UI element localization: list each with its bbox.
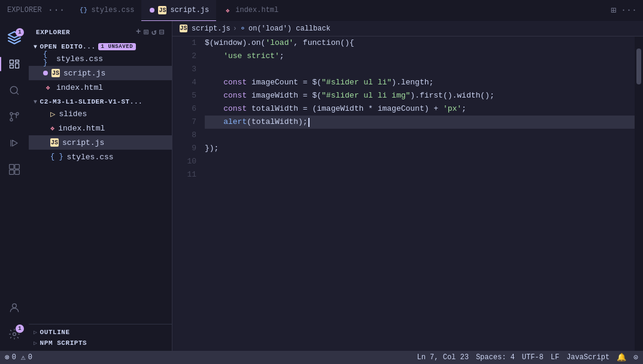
code-line-6: const totalWidth = (imageWidth * imageCo… [205,102,635,116]
activity-run[interactable] [2,131,26,155]
code-line-9: }); [205,142,635,155]
status-bar-left: ⊗ 0 ⚠ 0 [5,353,32,362]
folder-title[interactable]: ▼ C2-M3-L1-SLIDER-V1-ST... [29,97,172,107]
sidebar-outline[interactable]: ▷ OUTLINE [29,327,172,338]
collapse-icon[interactable]: ⊟ [159,27,165,37]
code-line-5: const imageWidth = $("#slider ul li img"… [205,89,635,102]
sidebar-item-script-js-open[interactable]: JS script.js [29,66,172,80]
tab-explorer[interactable]: EXPLORER ··· [0,0,72,21]
index-html-label: index.html [56,83,103,92]
warning-count: 0 [28,353,32,362]
new-file-icon[interactable]: + [136,27,141,37]
token: }); [205,142,219,155]
error-count: 0 [12,353,16,362]
line-numbers: 1 2 3 4 5 6 7 8 9 10 11 [172,37,202,351]
activity-bar: 1 [0,21,29,351]
status-notifications[interactable]: 🔔 [617,353,626,362]
css-file-icon: {} [79,6,87,14]
script-js-tab-label: script.js [170,6,209,14]
bc-script-js[interactable]: script.js [192,25,230,33]
eol-label: LF [551,353,559,362]
folder-label: C2-M3-L1-SLIDER-V1-ST... [40,98,143,105]
styles-css-icon: { } [43,54,53,63]
scrollbar-thumb[interactable] [636,48,641,84]
token [205,76,223,89]
error-icon: ⊗ [5,353,10,362]
status-cursor-pos[interactable]: Ln 7, Col 23 [417,353,469,362]
text-cursor [308,118,310,127]
status-language[interactable]: JavaScript [566,353,609,362]
notifications-icon: 🔔 [617,353,626,362]
scrollbar-track[interactable] [635,37,643,351]
more-actions-icon[interactable]: ··· [621,5,637,16]
index-html-icon: ❖ [43,83,53,92]
code-content[interactable]: $(window).on('load', function(){ 'use st… [202,37,635,351]
token: ; [280,50,284,63]
svg-rect-4 [10,165,14,169]
sidebar-item-index-html[interactable]: ❖ index.html [29,121,172,135]
sidebar-item-index-html-open[interactable]: ❖ index.html [29,80,172,95]
sidebar-bottom: ▷ OUTLINE ▷ NPM SCRIPTS [29,324,172,351]
bc-js-icon: JS [180,25,187,32]
status-spaces[interactable]: Spaces: 4 [476,353,515,362]
tab-script-js[interactable]: JS script.js [141,0,216,21]
script-js-label: script.js [63,69,105,78]
activity-extensions[interactable] [2,157,26,181]
sidebar-item-styles-css-folder[interactable]: { } styles.css [29,150,172,164]
code-line-2: 'use strict'; [205,50,635,63]
token: "#slider ul li img" [322,89,410,102]
refresh-icon[interactable]: ↺ [151,27,157,37]
token [205,102,223,116]
token [205,89,223,102]
token: const [223,102,247,116]
token: imageWidth = $( [247,89,322,102]
tab-index-html[interactable]: ❖ index.html [216,0,286,21]
status-encoding[interactable]: UTF-8 [522,353,544,362]
token: imageCount = $( [247,76,322,89]
settings-badge: 1 [16,324,24,333]
activity-explorer[interactable] [2,52,26,76]
activity-search[interactable] [2,78,26,102]
slides-label: slides [59,110,87,119]
status-eol[interactable]: LF [551,353,559,362]
tab-menu-icon[interactable]: ··· [48,5,65,16]
status-warnings[interactable]: ⚠ 0 [21,353,32,362]
token: , function(){ [293,37,354,50]
activity-source-control[interactable] [2,105,26,129]
modified-dot [150,8,154,13]
npm-chevron: ▷ [34,339,38,347]
status-errors[interactable]: ⊗ 0 [5,353,16,362]
token: ).first().width(); [410,89,494,102]
token: const [223,89,247,102]
activity-settings[interactable]: 1 [2,322,26,346]
folder-icon: ▷ [50,109,55,119]
title-bar: EXPLORER ··· {} styles.css JS script.js … [0,0,643,21]
token: $(window).on( [205,37,265,50]
code-editor[interactable]: 1 2 3 4 5 6 7 8 9 10 11 $(window).on('lo… [172,37,643,351]
open-editors-section: ▼ OPEN EDITO... 1 UNSAVED { } styles.css… [29,41,172,96]
open-editors-label: OPEN EDITO... [40,43,96,50]
explorer-tab-label: EXPLORER [7,6,42,14]
token: 'px' [443,102,462,116]
sidebar-item-script-js[interactable]: JS script.js [29,135,172,150]
js-file-icon: JS [158,6,166,14]
token: alert [223,116,247,129]
token: ).length; [392,76,433,89]
sidebar-item-styles-css[interactable]: { } styles.css [29,51,172,66]
js-icon: JS [50,138,59,147]
tab-styles-css[interactable]: {} styles.css [72,0,141,21]
svg-rect-7 [15,170,20,175]
split-editor-icon[interactable]: ⊞ [611,5,616,16]
status-remote[interactable]: ⊙ [633,353,638,362]
activity-logo[interactable]: 1 [2,26,26,50]
svg-rect-6 [10,170,14,175]
svg-point-9 [13,333,16,336]
sidebar-item-slides-folder[interactable]: ▷ slides [29,107,172,121]
styles-css-tab-label: styles.css [91,6,134,14]
bc-callback[interactable]: on('load') callback [248,25,330,33]
new-folder-icon[interactable]: ⊞ [144,27,149,37]
unsaved-badge: 1 UNSAVED [98,43,137,50]
sidebar-npm-scripts[interactable]: ▷ NPM SCRIPTS [29,338,172,348]
activity-account[interactable] [2,296,26,320]
token: totalWidth = (imageWidth * imageCount) + [247,102,443,116]
